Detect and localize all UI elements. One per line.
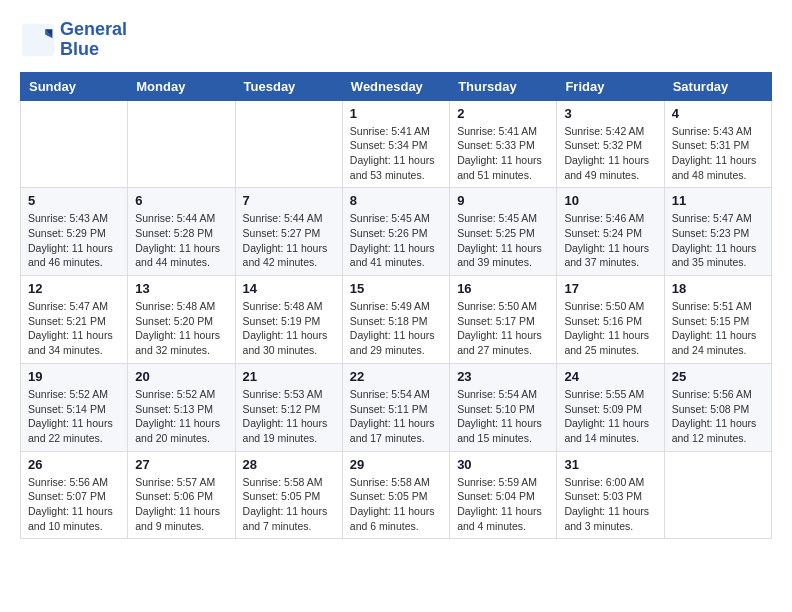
day-info: Sunrise: 5:52 AMSunset: 5:13 PMDaylight:… [135, 387, 227, 446]
day-cell: 30Sunrise: 5:59 AMSunset: 5:04 PMDayligh… [450, 451, 557, 539]
day-cell: 4Sunrise: 5:43 AMSunset: 5:31 PMDaylight… [664, 100, 771, 188]
week-row-3: 12Sunrise: 5:47 AMSunset: 5:21 PMDayligh… [21, 276, 772, 364]
day-number: 25 [672, 369, 764, 384]
day-info: Sunrise: 5:58 AMSunset: 5:05 PMDaylight:… [350, 475, 442, 534]
day-number: 16 [457, 281, 549, 296]
weekday-header-wednesday: Wednesday [342, 72, 449, 100]
day-cell: 19Sunrise: 5:52 AMSunset: 5:14 PMDayligh… [21, 363, 128, 451]
day-cell: 17Sunrise: 5:50 AMSunset: 5:16 PMDayligh… [557, 276, 664, 364]
week-row-2: 5Sunrise: 5:43 AMSunset: 5:29 PMDaylight… [21, 188, 772, 276]
day-number: 4 [672, 106, 764, 121]
day-info: Sunrise: 5:51 AMSunset: 5:15 PMDaylight:… [672, 299, 764, 358]
day-cell: 18Sunrise: 5:51 AMSunset: 5:15 PMDayligh… [664, 276, 771, 364]
day-info: Sunrise: 5:48 AMSunset: 5:19 PMDaylight:… [243, 299, 335, 358]
day-number: 21 [243, 369, 335, 384]
day-number: 8 [350, 193, 442, 208]
day-number: 28 [243, 457, 335, 472]
day-info: Sunrise: 6:00 AMSunset: 5:03 PMDaylight:… [564, 475, 656, 534]
day-info: Sunrise: 5:45 AMSunset: 5:25 PMDaylight:… [457, 211, 549, 270]
day-cell: 25Sunrise: 5:56 AMSunset: 5:08 PMDayligh… [664, 363, 771, 451]
day-info: Sunrise: 5:48 AMSunset: 5:20 PMDaylight:… [135, 299, 227, 358]
day-info: Sunrise: 5:54 AMSunset: 5:10 PMDaylight:… [457, 387, 549, 446]
weekday-header-thursday: Thursday [450, 72, 557, 100]
day-info: Sunrise: 5:41 AMSunset: 5:34 PMDaylight:… [350, 124, 442, 183]
day-cell [21, 100, 128, 188]
day-info: Sunrise: 5:54 AMSunset: 5:11 PMDaylight:… [350, 387, 442, 446]
day-number: 9 [457, 193, 549, 208]
day-info: Sunrise: 5:47 AMSunset: 5:23 PMDaylight:… [672, 211, 764, 270]
weekday-header-sunday: Sunday [21, 72, 128, 100]
day-info: Sunrise: 5:44 AMSunset: 5:27 PMDaylight:… [243, 211, 335, 270]
day-number: 10 [564, 193, 656, 208]
day-number: 24 [564, 369, 656, 384]
day-cell: 23Sunrise: 5:54 AMSunset: 5:10 PMDayligh… [450, 363, 557, 451]
day-info: Sunrise: 5:46 AMSunset: 5:24 PMDaylight:… [564, 211, 656, 270]
day-info: Sunrise: 5:59 AMSunset: 5:04 PMDaylight:… [457, 475, 549, 534]
header: General Blue [20, 20, 772, 60]
day-number: 11 [672, 193, 764, 208]
day-number: 2 [457, 106, 549, 121]
day-cell: 24Sunrise: 5:55 AMSunset: 5:09 PMDayligh… [557, 363, 664, 451]
week-row-4: 19Sunrise: 5:52 AMSunset: 5:14 PMDayligh… [21, 363, 772, 451]
day-number: 5 [28, 193, 120, 208]
week-row-5: 26Sunrise: 5:56 AMSunset: 5:07 PMDayligh… [21, 451, 772, 539]
day-number: 13 [135, 281, 227, 296]
day-cell: 3Sunrise: 5:42 AMSunset: 5:32 PMDaylight… [557, 100, 664, 188]
logo-icon [20, 22, 56, 58]
day-cell: 7Sunrise: 5:44 AMSunset: 5:27 PMDaylight… [235, 188, 342, 276]
day-info: Sunrise: 5:44 AMSunset: 5:28 PMDaylight:… [135, 211, 227, 270]
day-cell: 29Sunrise: 5:58 AMSunset: 5:05 PMDayligh… [342, 451, 449, 539]
day-cell: 22Sunrise: 5:54 AMSunset: 5:11 PMDayligh… [342, 363, 449, 451]
day-cell: 21Sunrise: 5:53 AMSunset: 5:12 PMDayligh… [235, 363, 342, 451]
day-cell: 14Sunrise: 5:48 AMSunset: 5:19 PMDayligh… [235, 276, 342, 364]
day-cell: 10Sunrise: 5:46 AMSunset: 5:24 PMDayligh… [557, 188, 664, 276]
day-number: 29 [350, 457, 442, 472]
day-info: Sunrise: 5:43 AMSunset: 5:31 PMDaylight:… [672, 124, 764, 183]
day-cell: 5Sunrise: 5:43 AMSunset: 5:29 PMDaylight… [21, 188, 128, 276]
day-number: 23 [457, 369, 549, 384]
day-number: 3 [564, 106, 656, 121]
day-cell: 11Sunrise: 5:47 AMSunset: 5:23 PMDayligh… [664, 188, 771, 276]
day-cell: 2Sunrise: 5:41 AMSunset: 5:33 PMDaylight… [450, 100, 557, 188]
day-cell: 8Sunrise: 5:45 AMSunset: 5:26 PMDaylight… [342, 188, 449, 276]
calendar-table: SundayMondayTuesdayWednesdayThursdayFrid… [20, 72, 772, 540]
day-cell: 6Sunrise: 5:44 AMSunset: 5:28 PMDaylight… [128, 188, 235, 276]
day-number: 15 [350, 281, 442, 296]
day-number: 14 [243, 281, 335, 296]
day-number: 6 [135, 193, 227, 208]
weekday-header-monday: Monday [128, 72, 235, 100]
weekday-header-tuesday: Tuesday [235, 72, 342, 100]
day-number: 19 [28, 369, 120, 384]
day-cell: 9Sunrise: 5:45 AMSunset: 5:25 PMDaylight… [450, 188, 557, 276]
day-number: 22 [350, 369, 442, 384]
day-info: Sunrise: 5:42 AMSunset: 5:32 PMDaylight:… [564, 124, 656, 183]
day-cell [128, 100, 235, 188]
day-number: 26 [28, 457, 120, 472]
day-info: Sunrise: 5:50 AMSunset: 5:17 PMDaylight:… [457, 299, 549, 358]
day-cell: 15Sunrise: 5:49 AMSunset: 5:18 PMDayligh… [342, 276, 449, 364]
day-cell: 13Sunrise: 5:48 AMSunset: 5:20 PMDayligh… [128, 276, 235, 364]
day-number: 18 [672, 281, 764, 296]
logo-text-line1: General [60, 20, 127, 40]
day-info: Sunrise: 5:56 AMSunset: 5:07 PMDaylight:… [28, 475, 120, 534]
day-cell: 12Sunrise: 5:47 AMSunset: 5:21 PMDayligh… [21, 276, 128, 364]
day-cell: 26Sunrise: 5:56 AMSunset: 5:07 PMDayligh… [21, 451, 128, 539]
weekday-header-row: SundayMondayTuesdayWednesdayThursdayFrid… [21, 72, 772, 100]
day-cell: 1Sunrise: 5:41 AMSunset: 5:34 PMDaylight… [342, 100, 449, 188]
day-info: Sunrise: 5:55 AMSunset: 5:09 PMDaylight:… [564, 387, 656, 446]
day-info: Sunrise: 5:49 AMSunset: 5:18 PMDaylight:… [350, 299, 442, 358]
day-info: Sunrise: 5:57 AMSunset: 5:06 PMDaylight:… [135, 475, 227, 534]
svg-rect-0 [22, 24, 54, 56]
logo-text-line2: Blue [60, 40, 127, 60]
day-cell: 16Sunrise: 5:50 AMSunset: 5:17 PMDayligh… [450, 276, 557, 364]
day-info: Sunrise: 5:43 AMSunset: 5:29 PMDaylight:… [28, 211, 120, 270]
day-info: Sunrise: 5:45 AMSunset: 5:26 PMDaylight:… [350, 211, 442, 270]
day-number: 7 [243, 193, 335, 208]
day-info: Sunrise: 5:58 AMSunset: 5:05 PMDaylight:… [243, 475, 335, 534]
day-number: 30 [457, 457, 549, 472]
day-number: 17 [564, 281, 656, 296]
logo: General Blue [20, 20, 127, 60]
day-info: Sunrise: 5:41 AMSunset: 5:33 PMDaylight:… [457, 124, 549, 183]
day-info: Sunrise: 5:50 AMSunset: 5:16 PMDaylight:… [564, 299, 656, 358]
day-cell [235, 100, 342, 188]
